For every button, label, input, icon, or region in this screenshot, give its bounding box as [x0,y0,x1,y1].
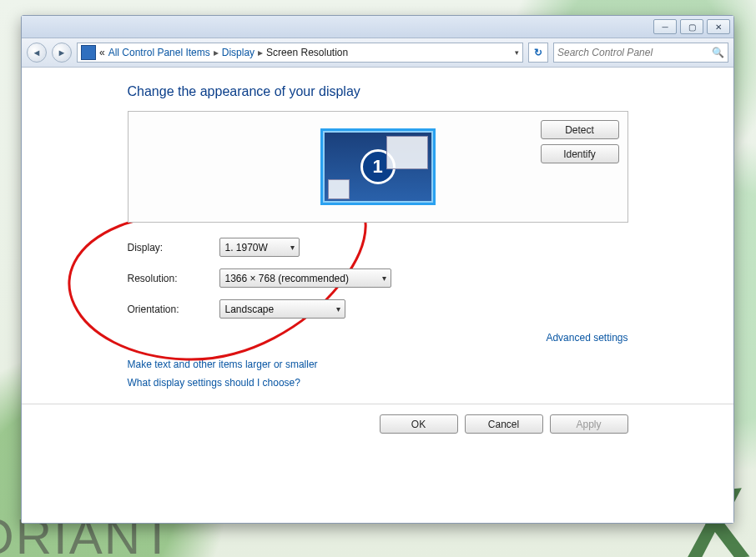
breadcrumb-prefix: « [99,47,105,58]
display-select-value: 1. 1970W [225,242,268,253]
breadcrumb-current: Screen Resolution [266,47,348,58]
resolution-select-value: 1366 × 768 (recommended) [225,273,349,284]
forward-button[interactable]: ► [52,43,72,63]
display-preview-panel: 1 Detect Identify [128,111,628,223]
control-panel-window: ─ ▢ ✕ ◄ ► « All Control Panel Items ▸ Di… [21,15,734,524]
preview-window-small [328,179,350,199]
page-title: Change the appearance of your display [128,84,628,99]
resolution-select[interactable]: 1366 × 768 (recommended) [219,268,391,288]
chevron-right-icon: ▸ [258,47,263,58]
orientation-select-value: Landscape [225,304,275,315]
address-dropdown-icon[interactable]: ▾ [515,48,519,57]
search-icon: 🔍 [712,47,724,58]
content-area: Change the appearance of your display 1 … [22,68,733,523]
breadcrumb-all-items[interactable]: All Control Panel Items [108,47,210,58]
preview-window-large [386,136,428,169]
identify-button[interactable]: Identify [541,144,619,163]
breadcrumb-display[interactable]: Display [222,47,255,58]
address-bar-row: ◄ ► « All Control Panel Items ▸ Display … [22,38,733,68]
maximize-button[interactable]: ▢ [680,19,703,34]
display-label: Display: [128,242,219,253]
advanced-settings-link[interactable]: Advanced settings [546,332,627,344]
window-titlebar: ─ ▢ ✕ [22,16,733,38]
search-placeholder: Search Control Panel [557,47,653,58]
cancel-button[interactable]: Cancel [465,414,543,434]
search-input[interactable]: Search Control Panel 🔍 [553,43,728,63]
orientation-select[interactable]: Landscape [219,299,345,319]
detect-button[interactable]: Detect [541,120,619,139]
breadcrumb[interactable]: « All Control Panel Items ▸ Display ▸ Sc… [77,43,523,63]
ok-button[interactable]: OK [380,414,458,434]
resolution-label: Resolution: [128,273,219,284]
display-select[interactable]: 1. 1970W [219,238,300,257]
orientation-label: Orientation: [128,304,219,315]
dialog-button-row: OK Cancel Apply [128,404,628,447]
apply-button: Apply [550,414,628,434]
display-settings-form: Display: 1. 1970W Resolution: 1366 × 768… [128,238,628,319]
refresh-button[interactable]: ↻ [528,43,548,63]
close-button[interactable]: ✕ [707,19,730,34]
chevron-right-icon: ▸ [214,47,219,58]
minimize-button[interactable]: ─ [653,19,677,34]
help-link[interactable]: What display settings should I choose? [128,377,628,389]
text-size-link[interactable]: Make text and other items larger or smal… [128,359,628,370]
back-button[interactable]: ◄ [27,43,47,63]
control-panel-icon [81,45,96,60]
monitor-1-preview[interactable]: 1 [320,128,436,205]
